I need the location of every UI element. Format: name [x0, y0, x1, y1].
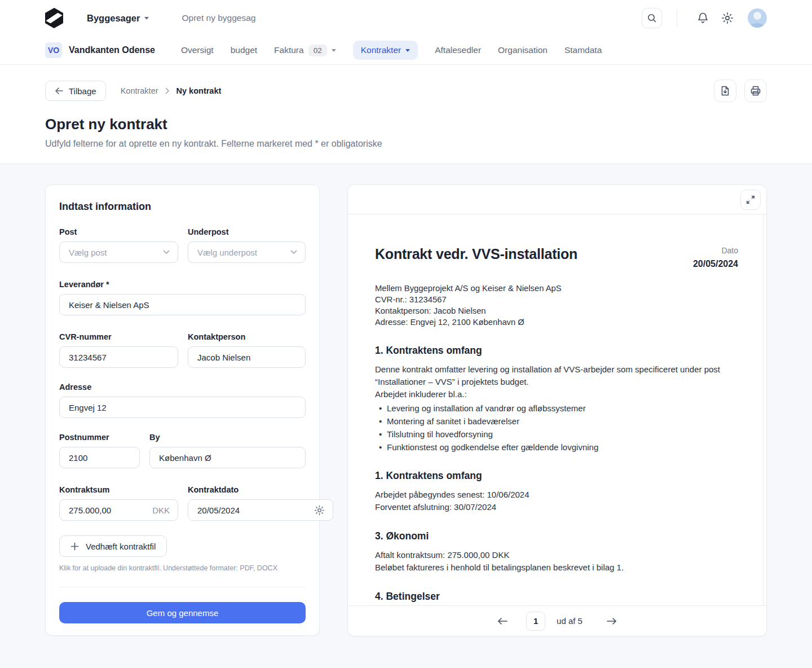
search-icon [647, 13, 657, 23]
doc-section-heading: 3. Økonomi [375, 530, 738, 542]
app-switcher[interactable]: Byggesager [87, 13, 149, 24]
currency-suffix: DKK [152, 506, 170, 515]
kontraktsum-field: DKK [59, 499, 178, 521]
expand-button[interactable] [740, 190, 761, 210]
app-logo-icon[interactable] [45, 8, 63, 28]
save-and-review-button[interactable]: Gem og gennemse [59, 602, 306, 623]
page-of-label: ud af 5 [557, 616, 582, 626]
doc-paragraph: Denne kontrakt omfatter levering og inst… [375, 363, 738, 401]
tab-count-badge: 02 [308, 45, 327, 56]
next-page-button[interactable] [603, 614, 621, 629]
back-button[interactable]: Tilbage [45, 81, 106, 101]
post-select[interactable]: Vælg post [59, 241, 178, 263]
kontraktdato-field [188, 499, 333, 521]
doc-title: Kontrakt vedr. VVS-installation [375, 246, 577, 262]
doc-section-heading: 4. Betingelser [375, 591, 738, 603]
avatar-person-icon [753, 12, 761, 20]
chevron-right-icon [165, 87, 170, 94]
tab-kontrakter[interactable]: Kontrakter [353, 41, 418, 60]
project-name: Vandkanten Odense [69, 45, 155, 55]
back-button-label: Tilbage [69, 86, 96, 96]
main-content: Indtast information Post Vælg post Under… [0, 164, 812, 636]
cvr-label: CVR-nummer [59, 332, 178, 341]
post-label: Post [59, 227, 178, 236]
postnummer-input[interactable] [59, 447, 140, 468]
contract-document[interactable]: Kontrakt vedr. VVS-installation Dato 20/… [348, 214, 764, 605]
kontraktdato-input[interactable] [197, 500, 310, 520]
kontaktperson-input[interactable] [188, 346, 306, 368]
printer-icon [750, 85, 761, 96]
tab-faktura[interactable]: Faktura02 [274, 40, 336, 61]
settings-button[interactable] [721, 12, 734, 24]
post-select-placeholder: Vælg post [69, 248, 107, 257]
doc-meta-line: Adresse: Engvej 12, 2100 København Ø [375, 317, 738, 328]
kontraktdato-label: Kontraktdato [188, 485, 333, 494]
page-head: Tilbage Kontrakter Ny kontrakt [0, 65, 812, 164]
project-badge: VO [45, 42, 62, 58]
page-subtitle: Udfyld felterne for at oprette en ny kon… [45, 139, 767, 149]
chevron-down-icon [332, 49, 336, 52]
breadcrumb-parent[interactable]: Kontrakter [121, 86, 158, 95]
download-button[interactable] [714, 80, 736, 102]
cvr-input[interactable] [59, 346, 178, 368]
tab-organisation[interactable]: Organisation [498, 41, 548, 60]
bell-icon [697, 12, 709, 24]
doc-bullet-item: Levering og installation af vandrør og a… [375, 403, 738, 414]
leverandor-label: Leverandør * [59, 280, 306, 289]
arrow-left-icon [55, 87, 64, 95]
form-heading: Indtast information [59, 201, 306, 213]
download-file-icon [720, 85, 731, 96]
expand-icon [746, 195, 755, 204]
project-tabs: OversigtbudgetFaktura02KontrakterAftales… [181, 40, 602, 61]
attach-file-label: Vedhæft kontraktfil [86, 542, 156, 551]
underpost-label: Underpost [188, 227, 306, 236]
chevron-down-icon [290, 250, 297, 254]
chevron-down-icon [163, 250, 170, 254]
adresse-label: Adresse [59, 383, 306, 392]
print-button[interactable] [744, 80, 767, 102]
doc-date-value: 20/05/2024 [693, 259, 738, 269]
current-page-box[interactable]: 1 [526, 612, 545, 631]
underpost-select[interactable]: Vælg underpost [188, 241, 306, 263]
tab-budget[interactable]: budget [231, 41, 257, 60]
chevron-down-icon [405, 49, 410, 52]
project-nav: VO Vandkanten Odense OversigtbudgetFaktu… [0, 36, 812, 65]
attach-file-button[interactable]: Vedhæft kontraktfil [59, 535, 167, 557]
notifications-button[interactable] [697, 12, 709, 24]
gear-icon[interactable] [314, 505, 325, 516]
doc-meta-line: Mellem Byggeprojekt A/S og Keiser & Niel… [375, 283, 738, 294]
preview-pagination: 1 ud af 5 [348, 605, 766, 636]
tab-oversigt[interactable]: Oversigt [181, 41, 214, 60]
doc-bullet-list: Levering og installation af vandrør og a… [375, 403, 738, 453]
doc-date-label: Dato [693, 246, 738, 255]
leverandor-input[interactable] [59, 294, 306, 315]
kontaktperson-label: Kontaktperson [188, 332, 306, 341]
chevron-down-icon [144, 17, 149, 20]
header-divider [677, 10, 677, 27]
doc-meta: Mellem Byggeprojekt A/S og Keiser & Niel… [375, 283, 738, 328]
kontraktsum-input[interactable] [69, 500, 148, 520]
doc-sections: 1. Kontraktens omfangDenne kontrakt omfa… [375, 345, 738, 605]
tab-aftalesedler[interactable]: Aftalesedler [435, 41, 481, 60]
tab-stamdata[interactable]: Stamdata [564, 41, 602, 60]
doc-bullet-item: Tilslutning til hovedforsyning [375, 429, 738, 440]
breadcrumb: Kontrakter Ny kontrakt [121, 86, 222, 95]
prev-page-button[interactable] [493, 614, 511, 629]
form-divider [59, 587, 306, 587]
preview-toolbar [348, 185, 766, 214]
doc-paragraph: Aftalt kontraktsum: 275.000,00 DKK Beløb… [375, 549, 738, 574]
doc-section-heading: 1. Kontraktens omfang [375, 345, 738, 357]
postnummer-label: Postnummer [59, 433, 140, 442]
app-header: Byggesager Opret ny byggesag [0, 0, 812, 36]
user-avatar[interactable] [748, 8, 767, 28]
by-input[interactable] [149, 447, 306, 468]
attach-help-text: Klik for at uploade din kontraktfil. Und… [59, 564, 306, 572]
search-button[interactable] [642, 8, 662, 28]
contract-preview-card: Kontrakt vedr. VVS-installation Dato 20/… [347, 184, 767, 636]
nav-opret-ny-byggesag[interactable]: Opret ny byggesag [182, 13, 255, 23]
adresse-input[interactable] [59, 397, 306, 418]
page-title: Opret ny kontrakt [45, 116, 767, 133]
app-name: Byggesager [87, 13, 140, 24]
doc-section-heading: 1. Kontraktens omfang [375, 470, 738, 482]
contract-form-card: Indtast information Post Vælg post Under… [45, 184, 320, 636]
